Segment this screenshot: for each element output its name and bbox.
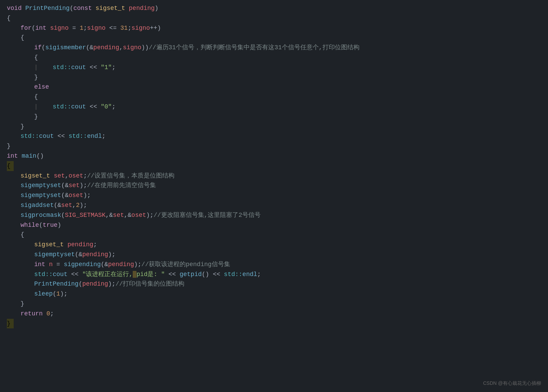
code-line-5: if(sigismember(&pending,signo))//遍历31个信号…: [7, 43, 541, 53]
code-line-25: sigset_t pending;: [7, 240, 541, 250]
code-line-20: sigemptyset(&oset);: [7, 191, 541, 200]
code-line-33: }: [7, 319, 541, 329]
code-line-9: else: [7, 82, 541, 92]
code-line-21: sigaddset(&set,2);: [7, 200, 541, 210]
code-line-30: sleep(1);: [7, 289, 541, 299]
code-line-13: }: [7, 122, 541, 132]
code-line-23: while(true): [7, 220, 541, 230]
code-line-7: | std::cout << "1";: [7, 63, 541, 73]
code-line-17: {: [7, 161, 541, 171]
code-line-15: }: [7, 141, 541, 151]
code-line-10: {: [7, 92, 541, 102]
code-line-22: sigprocmask(SIG_SETMASK,&set,&oset);//更改…: [7, 210, 541, 220]
code-line-14: std::cout << std::endl;: [7, 131, 541, 141]
code-line-26: sigemptyset(&pending);: [7, 250, 541, 260]
code-line-28: std::cout << "该进程正在运行, pid是: " << getpid…: [7, 270, 541, 279]
code-lines: void PrintPending(const sigset_t pending…: [7, 3, 541, 328]
code-line-18: sigset_t set,oset;//设置信号集，本质是位图结构: [7, 171, 541, 181]
code-line-1: void PrintPending(const sigset_t pending…: [7, 3, 541, 13]
code-line-31: }: [7, 299, 541, 309]
code-line-29: PrintPending(pending);//打印信号集的位图结构: [7, 279, 541, 289]
code-line-4: {: [7, 33, 541, 43]
code-line-11: | std::cout << "0";: [7, 102, 541, 112]
code-line-19: sigemptyset(&set);//在使用前先清空信号集: [7, 181, 541, 191]
code-line-16: int main(): [7, 151, 541, 161]
code-line-12: }: [7, 112, 541, 122]
code-line-32: return 0;: [7, 309, 541, 319]
code-editor: void PrintPending(const sigset_t pending…: [0, 0, 548, 392]
code-line-2: {: [7, 13, 541, 23]
code-line-8: }: [7, 73, 541, 82]
watermark: CSDN @有心栽花无心插柳: [483, 379, 541, 387]
code-line-24: {: [7, 230, 541, 240]
code-line-27: int n = sigpending(&pending);//获取该进程的pen…: [7, 260, 541, 270]
code-line-6: {: [7, 53, 541, 63]
code-line-3: for(int signo = 1;signo <= 31;signo++): [7, 23, 541, 33]
